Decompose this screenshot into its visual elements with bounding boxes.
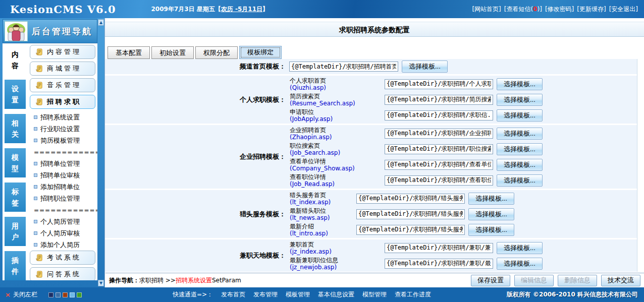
select-template-button[interactable]: 选择模板... <box>497 109 543 122</box>
template-path-input[interactable] <box>385 79 493 89</box>
vtab-labels[interactable]: 标签 <box>5 183 26 212</box>
submenu-job-manage[interactable]: 招聘职位管理 <box>30 193 95 204</box>
template-path-input[interactable] <box>385 175 493 186</box>
select-template-button[interactable]: 选择模板... <box>497 174 543 187</box>
change-password-link[interactable]: [修改密码] <box>545 5 574 14</box>
field-file-link[interactable]: (jz_newjob.asp) <box>290 264 385 271</box>
theme-swatch[interactable] <box>56 292 61 297</box>
template-path-input[interactable] <box>356 225 465 235</box>
tech-support-button[interactable]: 技术交流 <box>601 275 640 286</box>
submenu-add-resume[interactable]: 添加个人简历 <box>30 239 95 251</box>
tab-permission[interactable]: 权限分配 <box>195 46 238 59</box>
theme-swatch[interactable] <box>63 292 68 297</box>
vtab-models[interactable]: 模型 <box>5 148 26 177</box>
template-path-input[interactable] <box>385 144 493 154</box>
theme-swatch[interactable] <box>77 292 82 297</box>
save-settings-button[interactable]: 保存设置 <box>471 275 510 286</box>
menu-exam-system[interactable]: 考试系统 <box>30 251 95 265</box>
select-template-button[interactable]: 选择模板... <box>497 78 543 90</box>
quick-link-publish-home[interactable]: 发布首页 <box>221 290 245 299</box>
template-path-input[interactable] <box>385 160 493 170</box>
memo-icon <box>35 271 43 278</box>
submenu-resume-manage[interactable]: 个人简历管理 <box>30 216 95 227</box>
submenu-company-audit[interactable]: 招聘单位审核 <box>30 169 95 181</box>
template-path-input[interactable] <box>385 110 493 120</box>
tab-basic-config[interactable]: 基本配置 <box>108 46 150 59</box>
select-template-button[interactable]: 选择模板... <box>497 128 543 140</box>
field-file-link[interactable]: (Qiuzhi.asp) <box>290 84 385 91</box>
submenu-separator: ================== <box>30 146 95 158</box>
menu-content-manage[interactable]: 内容管理 <box>30 45 95 59</box>
template-path-input[interactable] <box>356 194 465 204</box>
template-path-input[interactable] <box>385 243 493 253</box>
close-left-panel-control[interactable]: × 关闭左栏 <box>5 290 37 299</box>
submenu-recruit-system-settings[interactable]: 招聘系统设置 <box>30 111 95 123</box>
field-file-link[interactable]: (Zhaopin.asp) <box>290 134 385 141</box>
tab-template-binding[interactable]: 模板绑定 <box>239 46 282 59</box>
refresh-cache-link[interactable]: [更新缓存] <box>577 5 606 14</box>
template-path-input[interactable] <box>385 95 493 105</box>
menu-qa-system[interactable]: 问答系统 <box>30 267 95 280</box>
menu-label: 考试系统 <box>47 253 81 262</box>
submenu-resume-template-manage[interactable]: 简历模板管理 <box>30 135 95 146</box>
field-name: 查看单位详情(Company_Show.asp) <box>290 158 385 172</box>
view-messages-link[interactable]: [查看短信(0)] <box>504 5 542 14</box>
submenu-company-manage[interactable]: 招聘单位管理 <box>30 158 95 169</box>
field-file-link[interactable]: (jz_index.asp) <box>290 248 385 255</box>
quick-link-basic-info-settings[interactable]: 基本信息设置 <box>318 290 354 299</box>
field-file-link[interactable]: (lt_news.asp) <box>290 214 356 221</box>
quick-link-template-manage[interactable]: 模板管理 <box>286 290 310 299</box>
select-template-button[interactable]: 选择模板... <box>468 193 514 205</box>
vtab-content[interactable]: 内容 <box>5 45 26 75</box>
quick-link-work-progress[interactable]: 查看工作进度 <box>395 290 431 299</box>
submenu-label: 添加招聘单位 <box>40 183 80 192</box>
theme-swatch[interactable] <box>70 292 75 297</box>
field-file-link[interactable]: (Job_Search.asp) <box>290 149 385 156</box>
template-path-input[interactable] <box>385 259 493 269</box>
square-bullet-icon <box>34 173 37 177</box>
template-path-input[interactable] <box>356 209 465 219</box>
select-template-button[interactable]: 选择模板... <box>497 258 543 270</box>
field-file-link[interactable]: (Company_Show.asp) <box>290 165 385 172</box>
sidebar-vertical-tabs: 内容 设置 相关 模型 标签 用户 插件 <box>3 43 29 280</box>
select-template-button[interactable]: 选择模板... <box>497 94 543 106</box>
field-file-link[interactable]: (lt_intro.asp) <box>290 230 356 237</box>
operation-nav-current-link[interactable]: 招聘系统设置 <box>176 276 212 285</box>
field-file-link[interactable]: (lt_index.asp) <box>290 199 356 206</box>
select-template-button[interactable]: 选择模板... <box>468 208 514 220</box>
submenu-industry-position-settings[interactable]: 行业职位设置 <box>30 123 95 135</box>
select-template-button[interactable]: 选择模板... <box>497 143 543 155</box>
select-template-button[interactable]: 选择模板... <box>497 242 543 254</box>
field-file-link[interactable]: (Job_Read.asp) <box>290 180 385 188</box>
menu-label: 商城管理 <box>47 64 81 73</box>
submenu-add-company[interactable]: 添加招聘单位 <box>30 181 95 193</box>
logout-link[interactable]: [安全退出] <box>609 5 638 14</box>
quick-link-model-manage[interactable]: 模型管理 <box>362 290 387 299</box>
template-path-input[interactable] <box>289 62 398 72</box>
select-template-button[interactable]: 选择模板... <box>497 159 543 171</box>
field-file-link[interactable]: (JobApply.asp) <box>290 115 385 123</box>
menu-music-manage[interactable]: 音乐管理 <box>30 78 95 92</box>
scroll-down-icon[interactable]: ▼ <box>98 280 104 286</box>
scroll-up-icon[interactable]: ▲ <box>98 19 104 26</box>
theme-swatch[interactable] <box>48 292 53 297</box>
site-home-link[interactable]: [网站首页] <box>472 5 501 14</box>
select-template-button[interactable]: 选择模板... <box>402 61 448 73</box>
vtab-users[interactable]: 用户 <box>5 217 26 246</box>
submenu-resume-audit[interactable]: 个人简历审核 <box>30 227 95 239</box>
template-field-row: 个人求职首页(Qiuzhi.asp) 选择模板... <box>286 76 637 92</box>
vtab-plugins[interactable]: 插件 <box>5 251 26 280</box>
close-left-panel-label: 关闭左栏 <box>13 290 37 299</box>
vtab-related[interactable]: 相关 <box>5 114 26 143</box>
menu-mall-manage[interactable]: 商城管理 <box>30 62 95 76</box>
quick-link-publish-manage[interactable]: 发布管理 <box>253 290 278 299</box>
vtab-settings[interactable]: 设置 <box>5 80 26 109</box>
menu-recruit-job[interactable]: 招聘求职 <box>30 95 95 109</box>
field-file-link[interactable]: (Resume_Search.asp) <box>290 100 385 107</box>
select-template-button[interactable]: 选择模板... <box>468 224 514 236</box>
page-title: 求职招聘系统参数配置 <box>105 22 644 37</box>
row-personal-job-template: 个人求职模板： 个人求职首页(Qiuzhi.asp) 选择模板... 简历搜索页… <box>105 76 637 124</box>
tab-initial-settings[interactable]: 初始设置 <box>151 46 194 59</box>
template-path-input[interactable] <box>385 129 493 139</box>
sidebar-scrollbar[interactable]: ▲ ▼ <box>97 18 104 287</box>
